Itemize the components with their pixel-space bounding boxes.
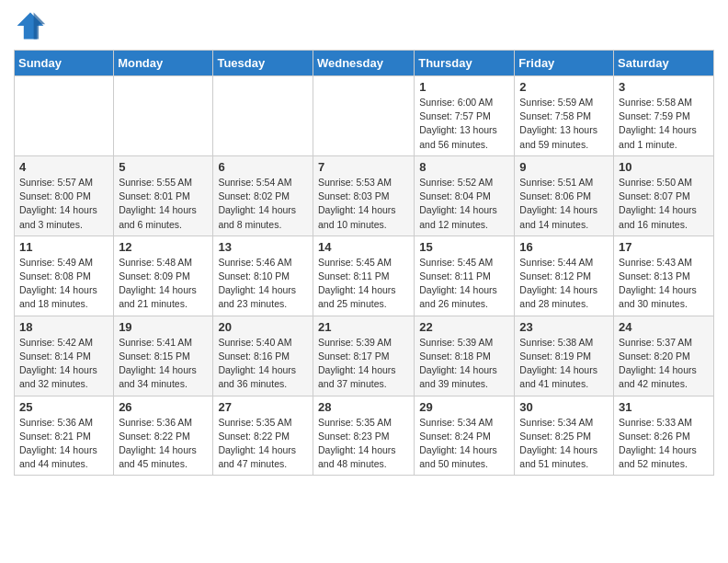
day-number: 23	[519, 320, 609, 334]
day-info: Sunrise: 5:33 AM Sunset: 8:26 PM Dayligh…	[619, 416, 709, 472]
logo	[14, 9, 51, 42]
day-info: Sunrise: 5:41 AM Sunset: 8:15 PM Dayligh…	[119, 336, 208, 392]
svg-marker-0	[17, 13, 44, 40]
day-number: 9	[519, 160, 609, 174]
day-info: Sunrise: 5:34 AM Sunset: 8:24 PM Dayligh…	[419, 416, 509, 472]
day-info: Sunrise: 5:59 AM Sunset: 7:58 PM Dayligh…	[519, 96, 609, 152]
day-number: 16	[519, 240, 609, 254]
day-info: Sunrise: 5:40 AM Sunset: 8:16 PM Dayligh…	[218, 336, 308, 392]
week-row-4: 18Sunrise: 5:42 AM Sunset: 8:14 PM Dayli…	[15, 316, 714, 396]
day-number: 25	[19, 400, 108, 414]
day-cell: 18Sunrise: 5:42 AM Sunset: 8:14 PM Dayli…	[15, 316, 114, 396]
weekday-header-sunday: Sunday	[15, 51, 114, 76]
day-cell: 14Sunrise: 5:45 AM Sunset: 8:11 PM Dayli…	[313, 236, 414, 316]
day-cell: 17Sunrise: 5:43 AM Sunset: 8:13 PM Dayli…	[614, 236, 714, 316]
day-cell: 27Sunrise: 5:35 AM Sunset: 8:22 PM Dayli…	[213, 396, 313, 476]
week-row-2: 4Sunrise: 5:57 AM Sunset: 8:00 PM Daylig…	[15, 155, 714, 236]
day-info: Sunrise: 5:37 AM Sunset: 8:20 PM Dayligh…	[619, 336, 709, 392]
weekday-header-wednesday: Wednesday	[313, 51, 414, 76]
day-cell: 15Sunrise: 5:45 AM Sunset: 8:11 PM Dayli…	[415, 236, 515, 316]
day-cell: 16Sunrise: 5:44 AM Sunset: 8:12 PM Dayli…	[515, 236, 614, 316]
day-number: 2	[519, 80, 609, 94]
header	[14, 9, 714, 42]
day-cell: 9Sunrise: 5:51 AM Sunset: 8:06 PM Daylig…	[515, 155, 614, 236]
day-cell: 10Sunrise: 5:50 AM Sunset: 8:07 PM Dayli…	[614, 155, 714, 236]
logo-icon	[14, 9, 47, 42]
day-number: 27	[218, 400, 308, 414]
day-cell: 4Sunrise: 5:57 AM Sunset: 8:00 PM Daylig…	[15, 155, 114, 236]
day-number: 5	[119, 160, 208, 174]
day-number: 29	[419, 400, 509, 414]
day-number: 7	[318, 160, 409, 174]
day-number: 12	[119, 240, 208, 254]
day-cell: 2Sunrise: 5:59 AM Sunset: 7:58 PM Daylig…	[515, 76, 614, 156]
day-info: Sunrise: 5:36 AM Sunset: 8:22 PM Dayligh…	[119, 416, 208, 472]
day-cell: 24Sunrise: 5:37 AM Sunset: 8:20 PM Dayli…	[614, 316, 714, 396]
day-info: Sunrise: 5:54 AM Sunset: 8:02 PM Dayligh…	[218, 176, 308, 232]
day-number: 22	[419, 320, 509, 334]
day-info: Sunrise: 5:38 AM Sunset: 8:19 PM Dayligh…	[519, 336, 609, 392]
day-cell: 11Sunrise: 5:49 AM Sunset: 8:08 PM Dayli…	[15, 236, 114, 316]
day-cell	[213, 76, 313, 156]
day-info: Sunrise: 5:34 AM Sunset: 8:25 PM Dayligh…	[519, 416, 609, 472]
day-info: Sunrise: 5:57 AM Sunset: 8:00 PM Dayligh…	[19, 176, 108, 232]
day-cell: 6Sunrise: 5:54 AM Sunset: 8:02 PM Daylig…	[213, 155, 313, 236]
week-row-3: 11Sunrise: 5:49 AM Sunset: 8:08 PM Dayli…	[15, 236, 714, 316]
calendar-table: SundayMondayTuesdayWednesdayThursdayFrid…	[14, 50, 714, 476]
day-cell: 30Sunrise: 5:34 AM Sunset: 8:25 PM Dayli…	[515, 396, 614, 476]
day-cell: 28Sunrise: 5:35 AM Sunset: 8:23 PM Dayli…	[313, 396, 414, 476]
day-info: Sunrise: 5:44 AM Sunset: 8:12 PM Dayligh…	[519, 256, 609, 312]
day-cell: 23Sunrise: 5:38 AM Sunset: 8:19 PM Dayli…	[515, 316, 614, 396]
day-number: 18	[19, 320, 108, 334]
weekday-header-monday: Monday	[114, 51, 213, 76]
day-cell: 5Sunrise: 5:55 AM Sunset: 8:01 PM Daylig…	[114, 155, 213, 236]
day-number: 1	[419, 80, 509, 94]
week-row-5: 25Sunrise: 5:36 AM Sunset: 8:21 PM Dayli…	[15, 396, 714, 476]
day-info: Sunrise: 5:45 AM Sunset: 8:11 PM Dayligh…	[318, 256, 409, 312]
day-number: 20	[218, 320, 308, 334]
day-info: Sunrise: 5:39 AM Sunset: 8:18 PM Dayligh…	[419, 336, 509, 392]
day-info: Sunrise: 5:58 AM Sunset: 7:59 PM Dayligh…	[619, 96, 709, 152]
day-info: Sunrise: 5:35 AM Sunset: 8:23 PM Dayligh…	[318, 416, 409, 472]
day-cell: 8Sunrise: 5:52 AM Sunset: 8:04 PM Daylig…	[415, 155, 515, 236]
day-cell: 22Sunrise: 5:39 AM Sunset: 8:18 PM Dayli…	[415, 316, 515, 396]
day-cell	[114, 76, 213, 156]
day-number: 8	[419, 160, 509, 174]
day-number: 17	[619, 240, 709, 254]
day-cell: 1Sunrise: 6:00 AM Sunset: 7:57 PM Daylig…	[415, 76, 515, 156]
day-info: Sunrise: 5:45 AM Sunset: 8:11 PM Dayligh…	[419, 256, 509, 312]
day-number: 13	[218, 240, 308, 254]
day-number: 6	[218, 160, 308, 174]
day-number: 26	[119, 400, 208, 414]
day-info: Sunrise: 5:53 AM Sunset: 8:03 PM Dayligh…	[318, 176, 409, 232]
day-cell: 13Sunrise: 5:46 AM Sunset: 8:10 PM Dayli…	[213, 236, 313, 316]
day-info: Sunrise: 5:51 AM Sunset: 8:06 PM Dayligh…	[519, 176, 609, 232]
day-number: 3	[619, 80, 709, 94]
day-info: Sunrise: 5:48 AM Sunset: 8:09 PM Dayligh…	[119, 256, 208, 312]
day-info: Sunrise: 5:46 AM Sunset: 8:10 PM Dayligh…	[218, 256, 308, 312]
day-cell: 25Sunrise: 5:36 AM Sunset: 8:21 PM Dayli…	[15, 396, 114, 476]
day-number: 30	[519, 400, 609, 414]
weekday-header-saturday: Saturday	[614, 51, 714, 76]
day-cell: 12Sunrise: 5:48 AM Sunset: 8:09 PM Dayli…	[114, 236, 213, 316]
weekday-header-thursday: Thursday	[415, 51, 515, 76]
day-info: Sunrise: 5:49 AM Sunset: 8:08 PM Dayligh…	[19, 256, 108, 312]
day-info: Sunrise: 5:50 AM Sunset: 8:07 PM Dayligh…	[619, 176, 709, 232]
day-number: 11	[19, 240, 108, 254]
weekday-header-friday: Friday	[515, 51, 614, 76]
day-cell: 31Sunrise: 5:33 AM Sunset: 8:26 PM Dayli…	[614, 396, 714, 476]
day-cell	[313, 76, 414, 156]
day-number: 21	[318, 320, 409, 334]
day-number: 19	[119, 320, 208, 334]
day-info: Sunrise: 5:35 AM Sunset: 8:22 PM Dayligh…	[218, 416, 308, 472]
day-number: 28	[318, 400, 409, 414]
week-row-1: 1Sunrise: 6:00 AM Sunset: 7:57 PM Daylig…	[15, 76, 714, 156]
day-info: Sunrise: 5:42 AM Sunset: 8:14 PM Dayligh…	[19, 336, 108, 392]
day-cell: 7Sunrise: 5:53 AM Sunset: 8:03 PM Daylig…	[313, 155, 414, 236]
day-cell: 3Sunrise: 5:58 AM Sunset: 7:59 PM Daylig…	[614, 76, 714, 156]
day-cell: 29Sunrise: 5:34 AM Sunset: 8:24 PM Dayli…	[415, 396, 515, 476]
weekday-header-row: SundayMondayTuesdayWednesdayThursdayFrid…	[15, 51, 714, 76]
day-cell	[15, 76, 114, 156]
day-number: 15	[419, 240, 509, 254]
day-info: Sunrise: 5:55 AM Sunset: 8:01 PM Dayligh…	[119, 176, 208, 232]
